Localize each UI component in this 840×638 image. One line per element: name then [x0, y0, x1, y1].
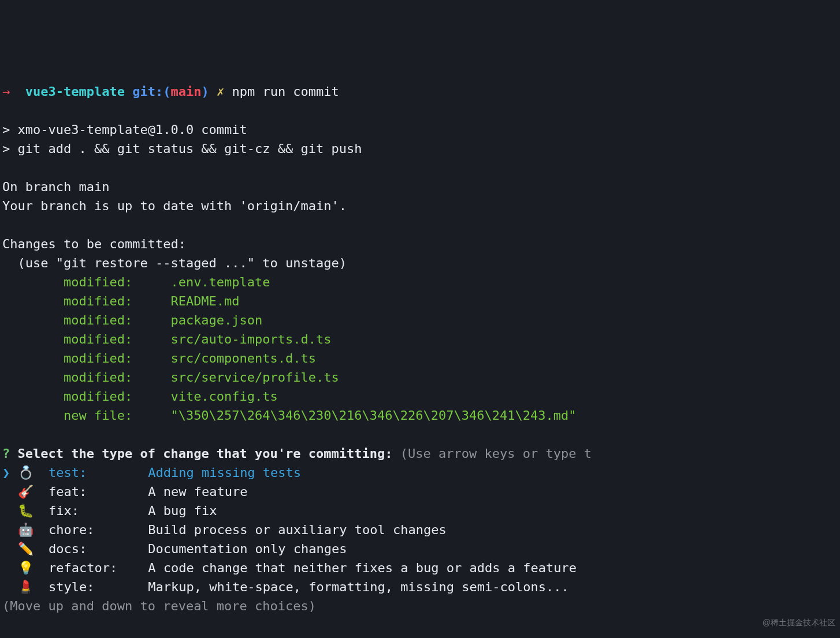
- cz-cursor-icon: [2, 542, 10, 556]
- prompt-git-close: ): [201, 84, 209, 99]
- prompt-arrow-icon: →: [2, 84, 10, 99]
- npm-line-2: > git add . && git status && git-cz && g…: [2, 139, 838, 158]
- shell-prompt[interactable]: → vue3-template git:(main) ✗ npm run com…: [2, 82, 838, 101]
- git-file-entry: modified: src/components.d.ts: [2, 349, 838, 368]
- cz-option-desc: Markup, white-space, formatting, missing…: [148, 580, 568, 594]
- cz-option-emoji-icon: ✏️: [18, 542, 34, 556]
- cz-question-line: ? Select the type of change that you're …: [2, 444, 838, 463]
- cz-cursor-icon: [2, 503, 10, 518]
- npm-line-1: > xmo-vue3-template@1.0.0 commit: [2, 120, 838, 139]
- git-file-entry: new file: "\350\257\264\346\230\216\346\…: [2, 406, 838, 425]
- cz-option-name: docs:: [49, 542, 148, 556]
- cz-question: Select the type of change that you're co…: [18, 446, 393, 461]
- git-file-entry: modified: README.md: [2, 292, 838, 311]
- git-file-entry: modified: package.json: [2, 311, 838, 330]
- cz-option-emoji-icon: 💄: [18, 580, 34, 594]
- cz-option-name: fix:: [49, 503, 148, 518]
- cz-option[interactable]: 💄 style: Markup, white-space, formatting…: [2, 577, 838, 596]
- cz-option-emoji-icon: 💡: [18, 561, 34, 575]
- cz-option-desc: Documentation only changes: [148, 542, 347, 556]
- cz-option[interactable]: 🤖 chore: Build process or auxiliary tool…: [2, 520, 838, 539]
- cz-hint: (Use arrow keys or type t: [400, 446, 592, 461]
- prompt-dirty-icon: ✗: [217, 84, 224, 99]
- cz-option-desc: A code change that neither fixes a bug o…: [148, 561, 577, 575]
- cz-option-name: test:: [49, 465, 148, 480]
- cz-option-emoji-icon: 🤖: [18, 523, 34, 537]
- cz-footer: (Move up and down to reveal more choices…: [2, 596, 838, 615]
- cz-option-name: feat:: [49, 484, 148, 499]
- cz-option-desc: Adding missing tests: [148, 465, 301, 480]
- cz-option[interactable]: 🐛 fix: A bug fix: [2, 501, 838, 520]
- cz-cursor-icon: [2, 580, 10, 594]
- cz-option-name: refactor:: [49, 561, 148, 575]
- git-file-entry: modified: .env.template: [2, 273, 838, 292]
- git-up-to-date: Your branch is up to date with 'origin/m…: [2, 196, 838, 215]
- cz-option[interactable]: ❯ 💍 test: Adding missing tests: [2, 463, 838, 482]
- cz-option-emoji-icon: 🎸: [18, 484, 34, 499]
- cz-cursor-icon: [2, 561, 10, 575]
- cz-cursor-icon: [2, 484, 10, 499]
- prompt-dir: vue3-template: [25, 84, 125, 99]
- prompt-branch: main: [170, 84, 201, 99]
- cz-option-desc: A bug fix: [148, 503, 217, 518]
- cz-option-desc: A new feature: [148, 484, 247, 499]
- cz-option-emoji-icon: 🐛: [18, 503, 34, 518]
- cz-option-emoji-icon: 💍: [18, 465, 34, 480]
- git-file-entry: modified: vite.config.ts: [2, 387, 838, 406]
- git-on-branch: On branch main: [2, 177, 838, 196]
- cz-option-name: chore:: [49, 523, 148, 537]
- prompt-git-label: git:(: [132, 84, 170, 99]
- git-changes-header: Changes to be committed:: [2, 234, 838, 253]
- cz-option[interactable]: 🎸 feat: A new feature: [2, 482, 838, 501]
- cz-cursor-icon: ❯: [2, 465, 10, 480]
- prompt-command: npm run commit: [232, 84, 339, 99]
- cz-option[interactable]: ✏️ docs: Documentation only changes: [2, 539, 838, 558]
- cz-option-desc: Build process or auxiliary tool changes: [148, 523, 447, 537]
- cz-option[interactable]: 💡 refactor: A code change that neither f…: [2, 558, 838, 577]
- git-file-entry: modified: src/auto-imports.d.ts: [2, 330, 838, 349]
- cz-option-name: style:: [49, 580, 148, 594]
- cz-cursor-icon: [2, 523, 10, 537]
- git-unstage-hint: (use "git restore --staged ..." to unsta…: [2, 253, 838, 273]
- watermark: @稀土掘金技术社区: [763, 617, 835, 629]
- question-mark-icon: ?: [2, 446, 10, 461]
- git-file-entry: modified: src/service/profile.ts: [2, 368, 838, 387]
